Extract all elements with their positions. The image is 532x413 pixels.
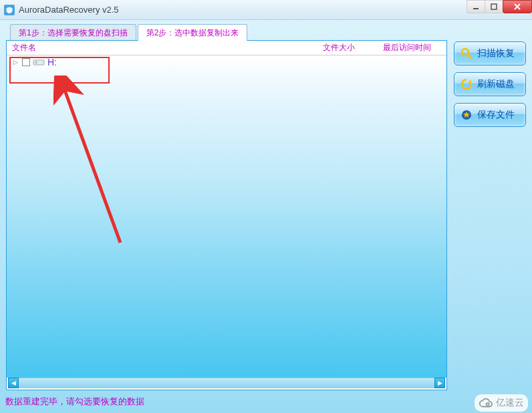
- refresh-disk-button[interactable]: 刷新磁盘: [454, 72, 526, 96]
- drive-label: H:: [47, 57, 57, 67]
- button-label: 扫描恢复: [477, 47, 515, 59]
- tab-step2[interactable]: 第2步：选中数据复制出来: [138, 24, 248, 41]
- scan-recover-button[interactable]: 扫描恢复: [454, 41, 526, 65]
- scroll-left-button[interactable]: ◀: [8, 378, 19, 388]
- minimize-button[interactable]: [467, 0, 485, 13]
- watermark-text: 亿速云: [496, 397, 524, 409]
- button-label: 保存文件: [477, 109, 515, 121]
- tab-label: 第2步：选中数据复制出来: [146, 28, 239, 37]
- window-controls: [467, 0, 532, 13]
- cloud-logo-icon: [479, 396, 493, 410]
- status-bar: 数据重建完毕，请勾选要恢复的数据: [5, 396, 144, 408]
- client-area: 第1步：选择需要恢复的盘扫描 第2步：选中数据复制出来 文件名 文件大小 最后访…: [6, 23, 526, 390]
- watermark: 亿速云: [475, 394, 528, 412]
- button-label: 刷新磁盘: [477, 78, 515, 90]
- scroll-track[interactable]: [19, 378, 434, 388]
- svg-rect-0: [473, 8, 479, 9]
- save-file-button[interactable]: 保存文件: [454, 103, 526, 127]
- star-folder-icon: [460, 108, 473, 122]
- app-icon: [4, 5, 15, 15]
- svg-line-7: [468, 55, 471, 58]
- close-button[interactable]: [503, 0, 532, 13]
- svg-point-4: [41, 62, 43, 63]
- tab-step1[interactable]: 第1步：选择需要恢复的盘扫描: [10, 24, 136, 41]
- window-title: AuroraDataRecovery v2.5: [19, 5, 119, 15]
- file-list-panel: 文件名 文件大小 最后访问时间 ▷ H:: [6, 40, 447, 390]
- svg-rect-3: [35, 61, 37, 63]
- column-filesize[interactable]: 文件大小: [323, 42, 383, 53]
- svg-point-9: [487, 403, 489, 406]
- maximize-button[interactable]: [485, 0, 503, 13]
- drive-icon: [33, 58, 45, 66]
- horizontal-scrollbar[interactable]: ◀ ▶: [8, 378, 445, 388]
- titlebar: AuroraDataRecovery v2.5: [0, 0, 532, 20]
- content-row: 文件名 文件大小 最后访问时间 ▷ H:: [6, 40, 526, 390]
- svg-rect-1: [491, 4, 497, 9]
- magnifier-icon: [460, 47, 473, 60]
- tabs: 第1步：选择需要恢复的盘扫描 第2步：选中数据复制出来: [10, 23, 526, 40]
- tree-body: ▷ H:: [7, 55, 446, 378]
- expander-icon[interactable]: ▷: [13, 59, 20, 65]
- tree-row-drive-h[interactable]: ▷ H:: [7, 55, 446, 69]
- column-lastaccess[interactable]: 最后访问时间: [383, 42, 446, 53]
- scroll-right-button[interactable]: ▶: [434, 378, 445, 388]
- checkbox[interactable]: [22, 58, 30, 66]
- list-header: 文件名 文件大小 最后访问时间: [7, 41, 446, 55]
- column-filename[interactable]: 文件名: [7, 42, 323, 53]
- tab-label: 第1步：选择需要恢复的盘扫描: [19, 28, 128, 37]
- side-buttons: 扫描恢复 刷新磁盘 保存文件: [454, 40, 526, 390]
- refresh-icon: [460, 78, 473, 91]
